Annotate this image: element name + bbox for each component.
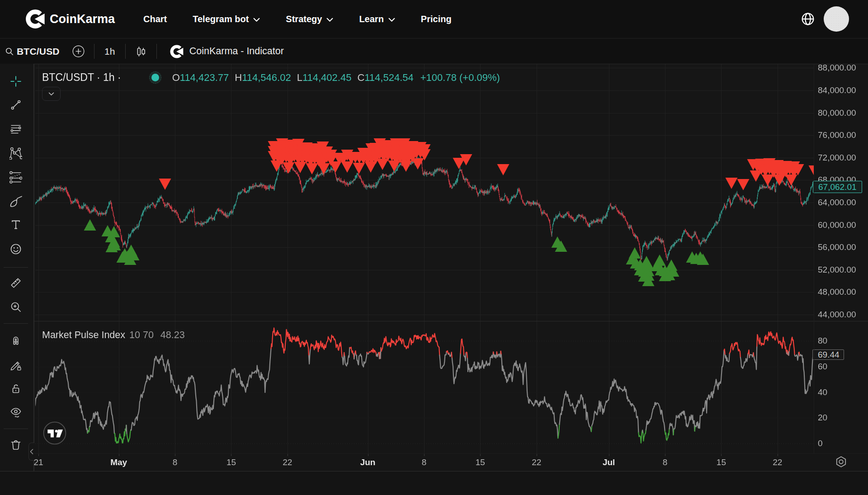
tool-trendline-icon[interactable]	[9, 99, 22, 111]
indicator-value-label: 69.44	[812, 349, 844, 360]
price-scale-label: 72,000.00	[818, 153, 856, 163]
nav-item-label: Strategy	[286, 14, 322, 24]
brand[interactable]: CoinKarma	[25, 9, 115, 29]
nav-item-label: Learn	[359, 14, 383, 24]
tool-xabcd-icon[interactable]	[9, 147, 22, 160]
time-scale-label: Jul	[603, 457, 615, 467]
indicator-scale-label: 20	[818, 413, 827, 423]
chevron-down-icon	[326, 18, 333, 22]
tool-brush-icon[interactable]	[9, 195, 22, 207]
widget-top-border	[0, 64, 868, 64]
symbol-search-button[interactable]: BTC/USD	[5, 46, 60, 57]
price-scale-label: 80,000.00	[818, 108, 856, 118]
price-scale-label: 76,000.00	[818, 130, 856, 140]
chevron-down-icon	[48, 92, 54, 96]
time-scale-label: 22	[532, 457, 541, 467]
nav-item-label: Telegram bot	[193, 14, 249, 24]
coinkarma-logo-icon	[25, 9, 46, 29]
tool-eye-icon[interactable]	[9, 406, 22, 419]
drawing-toolbar	[0, 64, 34, 495]
legend-collapse-button[interactable]	[42, 87, 61, 101]
avatar[interactable]	[824, 6, 849, 32]
indicator-scale-label: 60	[818, 362, 827, 372]
axis-settings-icon[interactable]	[835, 455, 848, 468]
price-scale-label: 84,000.00	[818, 85, 856, 95]
chevron-down-icon	[388, 18, 395, 22]
toolbar-separator	[125, 44, 126, 59]
price-scale-label: 44,000.00	[818, 310, 856, 320]
chart-style-icon[interactable]	[135, 46, 147, 57]
nav-links: ChartTelegram botStrategyLearnPricing	[143, 14, 477, 24]
indicator-legend: Market Pulse Index 10 70 48.23	[42, 330, 185, 341]
nav-item-chart[interactable]: Chart	[143, 14, 167, 24]
tool-zoom-icon[interactable]	[9, 301, 22, 313]
tool-ruler-icon[interactable]	[9, 277, 22, 289]
nav-item-strategy[interactable]: Strategy	[286, 14, 333, 24]
tool-magnet-icon[interactable]	[9, 334, 22, 346]
tool-lock-icon[interactable]	[9, 382, 22, 395]
legend-change: +100.78 (+0.09%)	[420, 72, 500, 84]
time-scale-label: 22	[283, 457, 292, 467]
price-scale-label: 52,000.00	[818, 265, 856, 275]
tool-emoji-icon[interactable]	[9, 243, 22, 255]
below-chart-area	[0, 471, 868, 495]
tool-position-icon[interactable]	[9, 171, 22, 184]
coinkarma-indicator-icon	[170, 44, 184, 59]
tool-text-icon[interactable]	[9, 218, 22, 231]
time-scale-label: 8	[422, 457, 427, 467]
toolbar-separator	[4, 429, 28, 429]
time-scale-label: 15	[476, 457, 485, 467]
indicator-name: CoinKarma - Indicator	[189, 46, 284, 57]
chart-widget: BTC/USDT · 1h · O114,423.77H114,546.02L1…	[0, 64, 868, 495]
time-axis-separator	[34, 453, 868, 454]
price-scale-label: 48,000.00	[818, 287, 856, 297]
language-globe-icon[interactable]	[801, 12, 815, 26]
nav-item-label: Chart	[143, 14, 167, 24]
tool-trash-icon[interactable]	[9, 439, 22, 452]
interval-button[interactable]: 1h	[94, 46, 125, 57]
tool-drawlock-icon[interactable]	[9, 359, 22, 372]
chart-canvas[interactable]	[0, 64, 868, 495]
price-scale-label: 88,000.00	[818, 64, 856, 73]
chevron-down-icon	[253, 18, 260, 22]
navbar: CoinKarma ChartTelegram botStrategyLearn…	[0, 0, 868, 38]
nav-item-label: Pricing	[421, 14, 452, 24]
tool-fib-icon[interactable]	[9, 123, 22, 136]
price-scale-label: 56,000.00	[818, 242, 856, 252]
nav-item-pricing[interactable]: Pricing	[421, 14, 452, 24]
time-scale-label: 8	[173, 457, 178, 467]
price-scale-label: 64,000.00	[818, 198, 856, 207]
legend-ohlc: O114,423.77H114,546.02L114,402.45C114,52…	[172, 72, 420, 84]
price-scale-border	[814, 64, 814, 453]
toolbar-separator	[4, 323, 28, 324]
compare-add-icon[interactable]	[72, 45, 85, 57]
legend-o: O114,423.77	[172, 72, 229, 84]
indicator-scale-label: 0	[818, 438, 823, 448]
chevron-left-icon	[30, 449, 33, 454]
price-scale-label: 60,000.00	[818, 220, 856, 230]
time-scale-label: 22	[773, 457, 782, 467]
indicator-legend-params: 10 70	[129, 330, 154, 341]
legend-h: H114,546.02	[235, 72, 291, 84]
time-scale-label: 21	[33, 457, 43, 467]
nav-item-telegram-bot[interactable]: Telegram bot	[193, 14, 260, 24]
time-scale-label: 15	[226, 457, 236, 467]
legend-symbol[interactable]: BTC/USDT · 1h ·	[42, 71, 121, 84]
indicator-button[interactable]: CoinKarma - Indicator	[170, 44, 284, 59]
tradingview-logo[interactable]	[43, 421, 66, 445]
time-scale-label: 15	[717, 457, 726, 467]
pane-separator[interactable]	[34, 321, 868, 321]
legend-c: C114,524.54	[357, 72, 413, 84]
loading-spinner	[149, 71, 161, 84]
brand-name: CoinKarma	[50, 12, 115, 26]
symbol-name: BTC/USD	[17, 46, 60, 57]
last-price-label: 67,062.01	[813, 181, 862, 193]
time-scale-label: Jun	[360, 457, 376, 467]
chart-toolbar: BTC/USD 1h CoinKarma - Indicator	[0, 39, 868, 64]
search-icon	[5, 47, 14, 56]
tool-crosshair-icon[interactable]	[9, 75, 22, 88]
indicator-legend-name[interactable]: Market Pulse Index	[42, 330, 125, 341]
app: CoinKarma ChartTelegram botStrategyLearn…	[0, 0, 868, 495]
chart-legend: BTC/USDT · 1h · O114,423.77H114,546.02L1…	[42, 71, 500, 84]
nav-item-learn[interactable]: Learn	[359, 14, 395, 24]
